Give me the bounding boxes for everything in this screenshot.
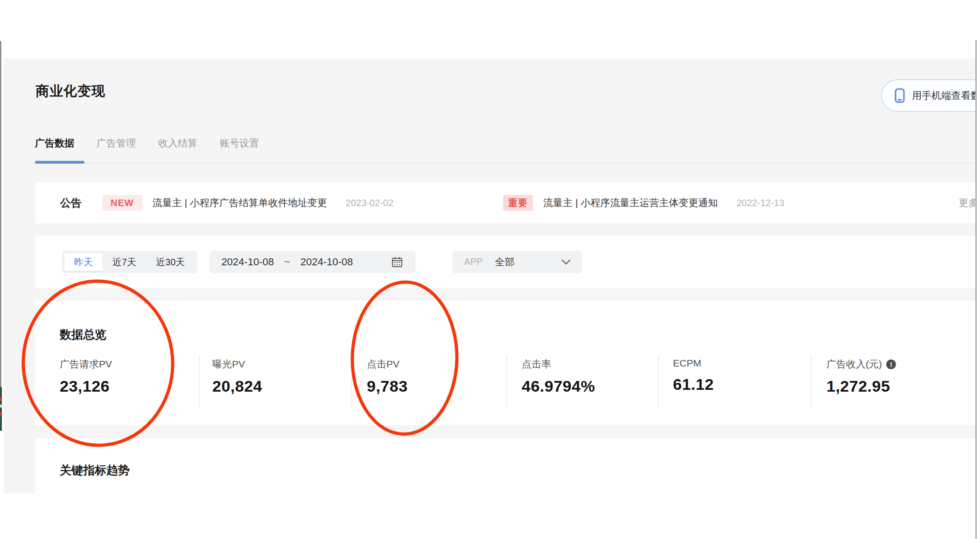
active-tab-underline xyxy=(35,161,84,164)
window-edge-artifact xyxy=(0,41,1,387)
metric-label: 点击率 xyxy=(522,358,595,371)
filter-bar: 昨天 近7天 近30天 2024-10-08 ~ 2024-10-08 APP … xyxy=(35,235,975,288)
metric-value: 1,272.95 xyxy=(826,377,896,395)
tab-account-settings[interactable]: 账号设置 xyxy=(220,137,259,150)
quick-range-last-30-days[interactable]: 近30天 xyxy=(146,253,195,271)
window-edge-artifact xyxy=(0,405,2,408)
tab-bar: 广告数据 广告管理 收入结算 账号设置 xyxy=(35,137,281,150)
data-overview-card: 数据总览 广告请求PV 23,126 曝光PV 20,824 点击PV 9,78… xyxy=(35,301,975,425)
metric-divider xyxy=(811,356,812,408)
announcement-bar: 公告 NEW 流量主 | 小程序广告结算单收件地址变更 2023-02-02 重… xyxy=(35,182,975,223)
metric-divider xyxy=(658,356,659,408)
app-filter-label: APP xyxy=(464,256,483,267)
metric-ecpm: ECPM 61.12 xyxy=(673,358,714,394)
announcement-more-link[interactable]: 更多 xyxy=(959,196,975,209)
window-edge-strip xyxy=(977,0,980,539)
metric-value: 9,783 xyxy=(367,377,408,395)
quick-date-range-group: 昨天 近7天 近30天 xyxy=(62,251,197,273)
date-range-picker[interactable]: 2024-10-08 ~ 2024-10-08 xyxy=(209,251,415,273)
announcement-date: 2022-12-13 xyxy=(736,198,784,208)
announcement-item[interactable]: 重要 流量主 | 小程序流量主运营主体变更通知 2022-12-13 xyxy=(503,195,784,211)
calendar-icon xyxy=(391,256,403,268)
tab-ad-management[interactable]: 广告管理 xyxy=(97,137,136,150)
app-filter-value: 全部 xyxy=(495,256,514,269)
announcement-date: 2023-02-02 xyxy=(346,198,393,208)
announcement-label: 公告 xyxy=(60,196,82,210)
metric-value: 61.12 xyxy=(673,375,714,394)
page-root: { "header": { "title": "商业化变现", "phone_b… xyxy=(0,0,980,539)
data-overview-title: 数据总览 xyxy=(60,327,106,342)
metric-ad-revenue: 广告收入(元) ! 1,272.95 xyxy=(826,358,896,395)
announcement-text: 流量主 | 小程序广告结算单收件地址变更 xyxy=(153,196,327,209)
app-filter-dropdown[interactable]: APP 全部 xyxy=(453,251,582,273)
metric-click-rate: 点击率 46.9794% xyxy=(522,358,595,395)
window-edge-line xyxy=(975,40,977,539)
metric-label: 点击PV xyxy=(367,358,408,371)
metric-value: 46.9794% xyxy=(522,377,595,395)
metric-label: 曝光PV xyxy=(212,358,262,371)
important-badge: 重要 xyxy=(503,195,533,211)
quick-range-last-7-days[interactable]: 近7天 xyxy=(103,253,146,271)
date-range-separator: ~ xyxy=(284,256,290,268)
metric-ad-request-pv: 广告请求PV 23,126 xyxy=(60,358,112,395)
view-data-on-phone-label: 用手机端查看数据 xyxy=(912,89,980,102)
tab-divider-line xyxy=(35,163,975,164)
info-icon[interactable]: ! xyxy=(886,359,896,369)
new-badge: NEW xyxy=(102,195,142,211)
metric-label: ECPM xyxy=(673,358,714,369)
metric-label: 广告请求PV xyxy=(60,358,112,371)
date-start-value: 2024-10-08 xyxy=(221,256,274,268)
metric-value: 20,824 xyxy=(212,377,262,395)
key-metric-trend-card: 关键指标趋势 xyxy=(35,438,975,493)
page-title: 商业化变现 xyxy=(35,82,105,101)
tab-ad-data[interactable]: 广告数据 xyxy=(35,137,74,150)
view-data-on-phone-button[interactable]: 用手机端查看数据 xyxy=(881,79,980,112)
window-edge-artifact xyxy=(0,412,2,415)
announcement-item[interactable]: NEW 流量主 | 小程序广告结算单收件地址变更 2023-02-02 xyxy=(82,195,393,211)
date-end-value: 2024-10-08 xyxy=(301,256,353,268)
metric-label: 广告收入(元) xyxy=(826,358,882,371)
phone-icon xyxy=(894,88,905,104)
chevron-down-icon xyxy=(561,259,571,265)
window-edge-artifact xyxy=(0,398,2,401)
metric-divider xyxy=(506,356,507,408)
metric-value: 23,126 xyxy=(60,377,112,395)
tab-revenue-settlement[interactable]: 收入结算 xyxy=(158,137,197,150)
metric-click-pv: 点击PV 9,783 xyxy=(367,358,408,395)
quick-range-yesterday[interactable]: 昨天 xyxy=(64,253,103,271)
key-metric-trend-title: 关键指标趋势 xyxy=(60,463,130,478)
metric-impression-pv: 曝光PV 20,824 xyxy=(212,358,262,395)
metric-divider xyxy=(351,356,352,408)
announcement-text: 流量主 | 小程序流量主运营主体变更通知 xyxy=(543,196,718,209)
window-edge-artifact xyxy=(0,387,2,431)
metric-divider xyxy=(199,356,200,408)
